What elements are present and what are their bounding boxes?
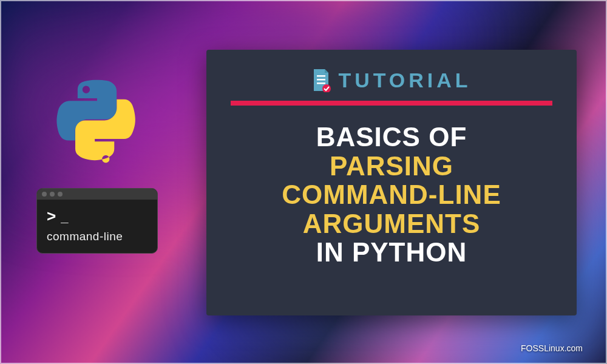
terminal-label: command-line xyxy=(47,230,148,243)
svg-rect-2 xyxy=(317,83,325,84)
terminal-titlebar xyxy=(37,189,157,200)
document-checklist-icon xyxy=(311,68,331,92)
window-dot xyxy=(50,192,55,197)
window-dot xyxy=(42,192,47,197)
terminal-prompt: > _ xyxy=(47,208,148,225)
red-divider xyxy=(231,101,552,106)
terminal-card: > _ command-line xyxy=(36,188,158,254)
svg-rect-0 xyxy=(317,75,325,77)
left-column: > _ command-line xyxy=(30,79,164,254)
title-line-2: PARSING xyxy=(282,152,501,181)
python-logo-icon xyxy=(52,79,143,170)
tutorial-badge: TUTORIAL xyxy=(311,68,471,92)
terminal-body: > _ command-line xyxy=(37,200,157,253)
window-dot xyxy=(58,192,63,197)
title-line-3: COMMAND-LINE xyxy=(282,180,501,209)
prompt-chevron-icon: > xyxy=(47,208,56,224)
svg-rect-1 xyxy=(317,79,325,81)
watermark-text: FOSSLinux.com xyxy=(521,343,583,353)
title-line-1: BASICS OF xyxy=(282,123,501,152)
tutorial-badge-text: TUTORIAL xyxy=(338,69,471,92)
title-line-5: IN PYTHON xyxy=(282,238,501,267)
title-card: TUTORIAL BASICS OF PARSING COMMAND-LINE … xyxy=(206,50,577,315)
prompt-cursor-icon: _ xyxy=(61,209,68,225)
title-line-4: ARGUMENTS xyxy=(282,209,501,238)
title-block: BASICS OF PARSING COMMAND-LINE ARGUMENTS… xyxy=(282,123,501,267)
